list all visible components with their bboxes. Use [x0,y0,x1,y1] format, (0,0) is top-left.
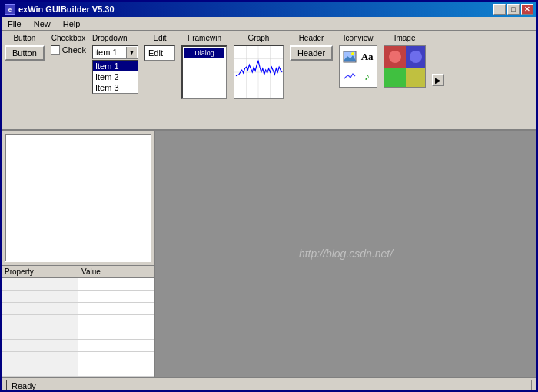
svg-point-16 [410,51,422,63]
checkbox-box[interactable] [51,45,60,55]
prop-cell-key [2,364,78,376]
main-area: Property Value http://blog.csdn.net/ [2,131,536,377]
table-row [2,291,154,303]
toolbar-graph-section: Graph [234,34,284,99]
dropdown-item-3[interactable]: Item 3 [93,82,138,93]
toolbar-checkbox-section: Checkbox Check [51,34,86,55]
svg-point-9 [351,52,354,55]
iconview-cell-3 [341,68,357,86]
menu-help[interactable]: Help [60,18,84,29]
app-icon: e [5,4,15,15]
framewin-titlebar: Dialog [184,48,224,58]
button-widget[interactable]: Button [5,45,45,61]
iconview-section-label: Iconview [344,34,374,42]
iconview-cell-4: ♪ [359,68,375,86]
iconview-widget: Aa ♪ [339,45,377,88]
table-row [2,340,154,352]
graph-small-icon [344,71,356,81]
dropdown-arrow-icon: ▼ [126,47,137,58]
prop-cell-val [78,364,154,376]
toolbar-framewin-section: Framewin Dialog [181,34,227,99]
prop-cell-key [2,315,78,327]
minimize-button[interactable]: _ [493,4,506,15]
edit-widget[interactable]: Edit [144,45,175,61]
table-row [2,278,154,291]
value-column-header: Value [78,266,154,277]
toolbar: Button Button Checkbox Check Dropdown It… [2,31,536,131]
prop-cell-key [2,327,78,339]
prop-cell-key [2,340,78,351]
toolbar-button-section: Button Button [5,34,45,61]
prop-cell-val [78,303,154,314]
framewin-section-label: Framewin [188,34,221,42]
prop-cell-val [78,352,154,364]
toolbar-header-section: Header Header [290,34,333,61]
table-row [2,327,154,340]
right-panel: http://blog.csdn.net/ [155,131,536,377]
prop-cell-val [78,315,154,327]
prop-cell-key [2,352,78,364]
checkbox-section-label: Checkbox [51,34,85,42]
dropdown-widget: Item 1 ▼ Item 1 Item 2 Item 3 [92,45,138,94]
toolbar-edit-section: Edit Edit [144,34,175,61]
image-widget [384,45,426,88]
graph-widget [234,45,284,99]
table-row [2,303,154,315]
app-title: exWin GUIBuilder V5.30 [18,5,115,14]
prop-cell-key [2,291,78,302]
button-section-label: Button [13,34,35,42]
menu-bar: File New Help [2,17,536,31]
toolbar-image-section: Image [384,34,426,88]
dropdown-list: Item 1 Item 2 Item 3 [92,60,138,94]
dropdown-select[interactable]: Item 1 ▼ [92,45,138,59]
properties-panel: Property Value [2,265,154,377]
graph-section-label: Graph [248,34,270,42]
status-text: Ready [12,381,36,390]
graph-svg [234,46,283,98]
image-icon [343,50,357,64]
table-row [2,315,154,327]
image-section-label: Image [394,34,416,42]
edit-value: Edit [148,48,163,58]
properties-header: Property Value [2,266,154,278]
dropdown-item-2[interactable]: Item 2 [93,71,138,82]
menu-file[interactable]: File [5,18,25,29]
svg-point-15 [389,51,401,63]
dropdown-section-label: Dropdown [92,34,128,42]
prop-cell-val [78,327,154,339]
checkbox-widget: Check [51,45,86,55]
left-panel: Property Value [2,131,155,377]
property-column-header: Property [2,266,78,277]
svg-rect-13 [384,68,406,88]
watermark-text: http://blog.csdn.net/ [299,247,393,260]
table-row [2,352,154,364]
header-section-label: Header [299,34,324,42]
svg-rect-14 [406,68,426,88]
framewin-widget: Dialog [181,45,227,99]
menu-new[interactable]: New [31,18,54,29]
prop-cell-key [2,303,78,314]
iconview-cell-2: Aa [359,48,375,66]
header-widget[interactable]: Header [290,45,333,61]
status-bar: Ready [2,377,536,392]
toolbar-scroll-right[interactable]: ▶ [432,74,444,86]
dropdown-selected-value: Item 1 [94,48,118,57]
property-rows [2,278,154,377]
title-bar: e exWin GUIBuilder V5.30 _ □ ✕ [2,2,536,17]
design-canvas[interactable] [5,134,151,262]
prop-cell-val [78,291,154,302]
table-row [2,364,154,377]
checkbox-label: Check [62,45,86,55]
prop-cell-val [78,278,154,290]
prop-cell-key [2,278,78,290]
iconview-cell-1 [341,48,357,66]
title-bar-left: e exWin GUIBuilder V5.30 [5,4,115,15]
toolbar-dropdown-section: Dropdown Item 1 ▼ Item 1 Item 2 Item 3 [92,34,138,94]
dropdown-item-1[interactable]: Item 1 [93,61,138,71]
toolbar-iconview-section: Iconview Aa ♪ [339,34,377,88]
close-button[interactable]: ✕ [521,4,533,15]
edit-section-label: Edit [153,34,166,42]
image-preview-svg [384,46,426,88]
maximize-button[interactable]: □ [507,4,520,15]
prop-cell-val [78,340,154,351]
